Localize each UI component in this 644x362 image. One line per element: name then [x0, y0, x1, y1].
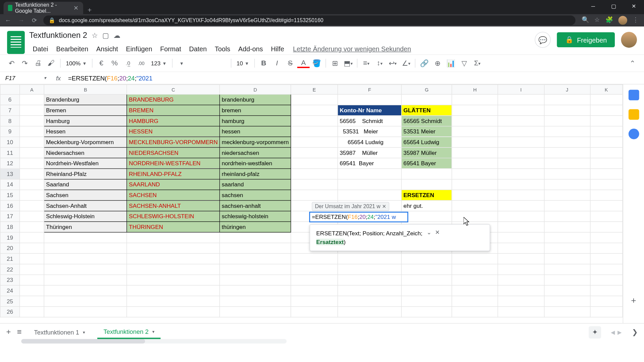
cell-G12[interactable]: 69541 Bayer — [401, 158, 452, 169]
cell-H22[interactable] — [452, 264, 498, 275]
tasks-icon[interactable] — [628, 129, 639, 139]
cell-D6[interactable]: brandenburg — [220, 95, 291, 105]
keep-icon[interactable] — [628, 109, 639, 120]
col-header-C[interactable]: C — [127, 85, 220, 95]
italic-button[interactable]: I — [271, 57, 283, 69]
back-button[interactable]: ← — [4, 17, 12, 24]
cell-B23[interactable] — [44, 275, 127, 286]
cell-B17[interactable]: Schleswig-Holstein — [44, 211, 127, 222]
cell-B25[interactable] — [44, 296, 127, 307]
cell-F23[interactable] — [338, 275, 401, 286]
cell-H17[interactable] — [452, 211, 498, 222]
cell-K18[interactable] — [590, 222, 623, 232]
cell-C23[interactable] — [127, 275, 220, 286]
filter-button[interactable]: ▽ — [458, 57, 470, 69]
row-header-9[interactable]: 9 — [0, 126, 20, 137]
row-header-20[interactable]: 20 — [0, 243, 20, 254]
cell-J10[interactable] — [544, 137, 590, 147]
functions-button[interactable]: Σ▾ — [471, 57, 484, 69]
redo-button[interactable]: ↷ — [18, 57, 31, 69]
cell-K16[interactable] — [590, 200, 623, 211]
cell-I18[interactable] — [498, 222, 544, 232]
row-header-16[interactable]: 16 — [0, 200, 20, 211]
row-header-8[interactable]: 8 — [0, 116, 20, 126]
expand-help-icon[interactable]: ⌄ — [427, 229, 432, 236]
cell-C11[interactable]: NIEDERSACHSEN — [127, 147, 220, 158]
document-title[interactable]: Textfunktionen 2 — [29, 31, 87, 40]
cell-F15[interactable] — [338, 190, 401, 200]
link-button[interactable]: 🔗 — [418, 57, 430, 69]
undo-button[interactable]: ↶ — [5, 57, 18, 69]
cell-I21[interactable] — [498, 253, 544, 264]
cell-G11[interactable]: 35987 Müller — [401, 147, 452, 158]
cell-C6[interactable]: BRANDENBURG — [127, 95, 220, 105]
cell-B14[interactable]: Saarland — [44, 179, 127, 190]
cell-H10[interactable] — [452, 137, 498, 147]
cell-I14[interactable] — [498, 179, 544, 190]
row-header-17[interactable]: 17 — [0, 211, 20, 222]
last-edit-link[interactable]: Letzte Änderung vor wenigen Sekunden — [288, 43, 415, 54]
chart-button[interactable]: 📊 — [444, 57, 457, 69]
row-header-24[interactable]: 24 — [0, 285, 20, 296]
cell-A19[interactable] — [20, 232, 44, 243]
cell-E21[interactable] — [291, 253, 338, 264]
row-header-10[interactable]: 10 — [0, 137, 20, 147]
cell-I24[interactable] — [498, 285, 544, 296]
cell-C22[interactable] — [127, 264, 220, 275]
cell-K10[interactable] — [590, 137, 623, 147]
menu-hilfe[interactable]: Hilfe — [267, 43, 288, 54]
col-header-G[interactable]: G — [401, 85, 452, 95]
row-header-11[interactable]: 11 — [0, 147, 20, 158]
menu-ansicht[interactable]: Ansicht — [93, 43, 121, 54]
sheet-tab-1[interactable]: Textfunktionen 1▾ — [28, 326, 91, 339]
strike-button[interactable]: S — [284, 57, 297, 69]
row-header-22[interactable]: 22 — [0, 264, 20, 275]
close-tab-icon[interactable]: ✕ — [73, 4, 79, 11]
valign-button[interactable]: ↕▾ — [373, 57, 386, 69]
row-header-7[interactable]: 7 — [0, 105, 20, 116]
forward-button[interactable]: → — [17, 17, 25, 24]
cell-D14[interactable]: saarland — [220, 179, 291, 190]
cell-K8[interactable] — [590, 116, 623, 126]
menu-datei[interactable]: Datei — [29, 43, 52, 54]
cell-A18[interactable] — [20, 222, 44, 232]
cell-D16[interactable]: sachsen-anhalt — [220, 200, 291, 211]
cell-H11[interactable] — [452, 147, 498, 158]
col-header-K[interactable]: K — [590, 85, 623, 95]
collapse-toolbar-button[interactable]: ⌃ — [626, 57, 639, 69]
cell-B20[interactable] — [44, 243, 127, 254]
cell-G14[interactable] — [401, 179, 452, 190]
cloud-status-icon[interactable]: ☁ — [113, 31, 120, 40]
cell-A22[interactable] — [20, 264, 44, 275]
cell-I6[interactable] — [498, 95, 544, 105]
cell-D20[interactable] — [220, 243, 291, 254]
currency-button[interactable]: € — [95, 57, 108, 69]
cell-K24[interactable] — [590, 285, 623, 296]
show-side-panel-icon[interactable]: ❯ — [632, 328, 638, 336]
cell-E14[interactable] — [291, 179, 338, 190]
cell-A16[interactable] — [20, 200, 44, 211]
cell-K21[interactable] — [590, 253, 623, 264]
menu-tools[interactable]: Tools — [211, 43, 234, 54]
row-header-6[interactable]: 6 — [0, 95, 20, 105]
zoom-icon[interactable]: 🔍 — [582, 16, 589, 24]
cell-A26[interactable] — [20, 307, 44, 317]
merge-button[interactable]: ⬒▾ — [342, 57, 355, 69]
cell-I7[interactable] — [498, 105, 544, 116]
cell-G25[interactable] — [401, 296, 452, 307]
row-header-13[interactable]: 13 — [0, 169, 20, 179]
cell-B7[interactable]: Bremen — [44, 105, 127, 116]
print-button[interactable]: 🖨 — [32, 57, 44, 69]
cell-D24[interactable] — [220, 285, 291, 296]
cell-F14[interactable] — [338, 179, 401, 190]
close-preview-icon[interactable]: ✕ — [382, 203, 386, 209]
add-addon-icon[interactable]: + — [631, 295, 636, 305]
cell-H15[interactable] — [452, 190, 498, 200]
cell-J23[interactable] — [544, 275, 590, 286]
cell-D17[interactable]: schleswig-holstein — [220, 211, 291, 222]
cell-E13[interactable] — [291, 169, 338, 179]
menu-bearbeiten[interactable]: Bearbeiten — [53, 43, 92, 54]
rotate-button[interactable]: ∠▾ — [400, 57, 412, 69]
row-header-23[interactable]: 23 — [0, 275, 20, 286]
cell-I25[interactable] — [498, 296, 544, 307]
